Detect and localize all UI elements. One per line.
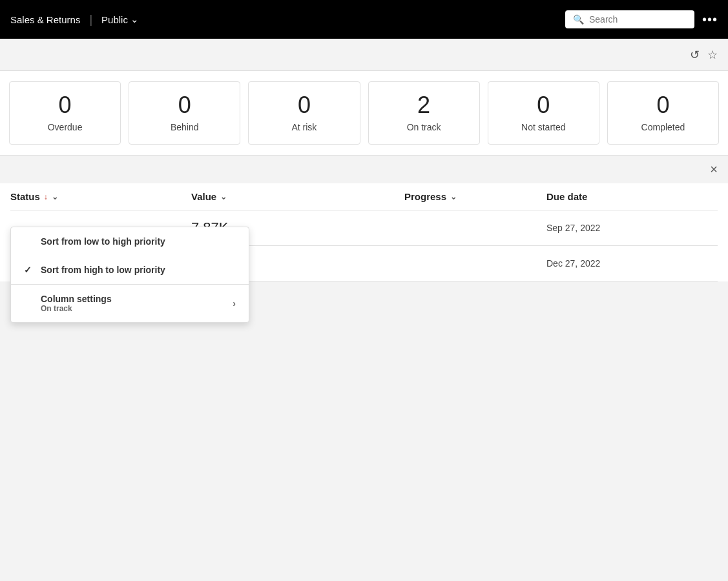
chevron-down-value-icon: ⌄ (220, 192, 227, 201)
row2-due-date-cell: Dec 27, 2022 (546, 258, 718, 269)
progress-column-label: Progress (404, 191, 446, 202)
not-started-label: Not started (499, 122, 588, 132)
completed-count: 0 (618, 94, 708, 117)
search-input[interactable] (589, 14, 687, 25)
sort-low-high-item[interactable]: Sort from low to high priority (11, 227, 249, 256)
table-wrapper: Status ↓ ⌄ Sort from low to high priorit… (0, 183, 728, 281)
on-track-label: On track (379, 122, 469, 132)
topbar-right: 🔍 ••• (565, 10, 718, 28)
toolbar: ↺ ☆ (0, 39, 728, 71)
table-close-bar: × (0, 156, 728, 183)
column-settings-label: Column settings (41, 294, 112, 304)
chevron-right-icon: › (233, 298, 236, 309)
summary-card-overdue[interactable]: 0 Overdue (9, 81, 121, 145)
column-settings-sublabel: On track (41, 304, 112, 313)
dropdown-menu: Sort from low to high priority ✓ Sort fr… (10, 227, 249, 323)
summary-card-at-risk[interactable]: 0 At risk (248, 81, 360, 145)
column-header-progress[interactable]: Progress ⌄ (404, 191, 546, 202)
row1-due-date-value: Sep 27, 2022 (546, 223, 600, 233)
status-column-label: Status (10, 191, 40, 202)
more-options-button[interactable]: ••• (702, 12, 718, 27)
chevron-down-icon: ⌄ (130, 14, 139, 25)
row2-due-date-value: Dec 27, 2022 (546, 258, 600, 269)
chevron-down-icon: ⌄ (52, 192, 58, 201)
overdue-count: 0 (20, 94, 110, 117)
on-track-count: 2 (379, 94, 469, 117)
topbar: Sales & Returns | Public ⌄ 🔍 ••• (0, 0, 728, 39)
overdue-label: Overdue (20, 122, 110, 132)
check-icon-high-low: ✓ (24, 265, 34, 275)
at-risk-count: 0 (259, 94, 349, 117)
due-date-column-label: Due date (546, 191, 587, 202)
star-icon: ☆ (707, 48, 718, 62)
app-title: Sales & Returns (10, 14, 80, 25)
visibility-selector[interactable]: Public ⌄ (101, 14, 139, 25)
sort-high-low-label: Sort from high to low priority (41, 265, 165, 275)
summary-card-behind[interactable]: 0 Behind (129, 81, 240, 145)
column-settings-item[interactable]: Column settings On track › (11, 285, 249, 322)
close-button[interactable]: × (710, 162, 718, 177)
search-box[interactable]: 🔍 (565, 10, 694, 28)
behind-count: 0 (140, 94, 229, 117)
value-column-label: Value (191, 191, 216, 202)
behind-label: Behind (140, 122, 229, 132)
summary-card-on-track[interactable]: 2 On track (368, 81, 480, 145)
summary-cards-row: 0 Overdue 0 Behind 0 At risk 2 On track … (0, 71, 728, 156)
refresh-icon: ↺ (690, 48, 700, 62)
column-header-value[interactable]: Value ⌄ (191, 191, 404, 202)
not-started-count: 0 (499, 94, 588, 117)
completed-label: Completed (618, 122, 708, 132)
topbar-divider: | (89, 13, 92, 26)
row1-due-date-cell: Sep 27, 2022 (546, 223, 718, 233)
topbar-left: Sales & Returns | Public ⌄ (10, 13, 139, 26)
sort-low-high-label: Sort from low to high priority (41, 236, 165, 247)
visibility-label: Public (101, 14, 128, 25)
refresh-button[interactable]: ↺ (690, 48, 700, 62)
favorite-button[interactable]: ☆ (707, 48, 718, 62)
sort-high-low-item[interactable]: ✓ Sort from high to low priority (11, 256, 249, 284)
sort-icon: ↓ (44, 192, 48, 201)
chevron-down-progress-icon: ⌄ (450, 192, 457, 201)
table-area: × Status ↓ ⌄ Sort from low to high prior… (0, 156, 728, 281)
at-risk-label: At risk (259, 122, 349, 132)
table-header-row: Status ↓ ⌄ Sort from low to high priorit… (10, 183, 718, 210)
search-icon: 🔍 (573, 14, 584, 25)
column-header-status[interactable]: Status ↓ ⌄ Sort from low to high priorit… (10, 191, 191, 202)
summary-card-completed[interactable]: 0 Completed (607, 81, 719, 145)
column-header-due-date[interactable]: Due date (546, 191, 718, 202)
summary-card-not-started[interactable]: 0 Not started (488, 81, 599, 145)
